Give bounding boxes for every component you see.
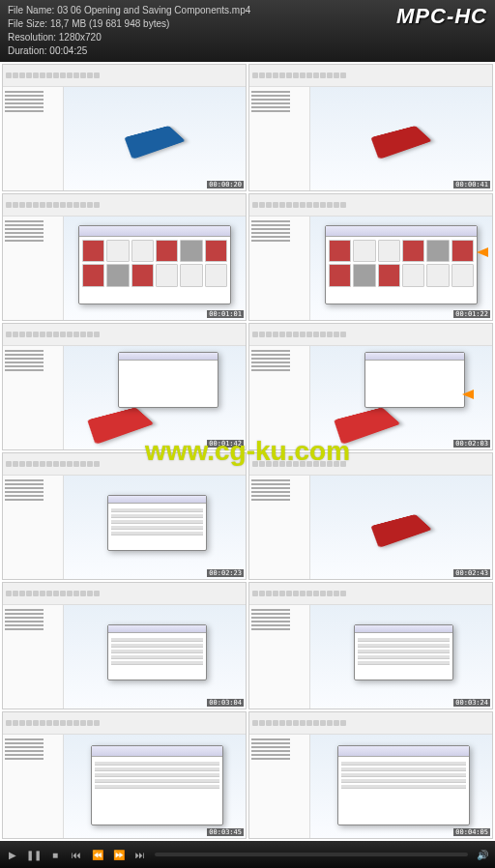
video-frame-thumbnail[interactable]: 00:03:45 bbox=[2, 711, 247, 839]
toolbar-icon bbox=[273, 720, 278, 726]
list-row bbox=[95, 785, 219, 789]
feature-tree bbox=[249, 476, 310, 579]
toolbar-icon bbox=[67, 461, 73, 467]
forward-button[interactable]: ⏩ bbox=[112, 848, 126, 861]
model-view bbox=[64, 217, 246, 320]
pause-button[interactable]: ❚❚ bbox=[27, 848, 41, 861]
toolbar-icon bbox=[320, 72, 326, 78]
seek-bar[interactable] bbox=[155, 853, 468, 856]
tree-item bbox=[251, 487, 290, 489]
device-model bbox=[334, 408, 400, 446]
cad-viewport bbox=[249, 476, 492, 579]
toolbar-icon bbox=[46, 202, 52, 208]
model-view bbox=[64, 87, 246, 190]
toolbar-icon bbox=[87, 332, 93, 337]
toolbar-icon bbox=[53, 720, 59, 726]
info-header: File Name: 03 06 Opening and Saving Comp… bbox=[0, 0, 495, 62]
toolbar-icon bbox=[273, 461, 278, 467]
toolbar-icon bbox=[293, 461, 299, 467]
frame-timestamp: 00:03:45 bbox=[207, 828, 244, 836]
toolbar-icon bbox=[33, 461, 39, 467]
highlight-arrow-icon bbox=[477, 247, 488, 257]
toolbar-icon bbox=[293, 332, 299, 337]
toolbar-icon bbox=[19, 332, 25, 337]
video-frame-thumbnail[interactable]: 00:02:23 bbox=[2, 452, 247, 580]
part-thumbnail bbox=[131, 240, 154, 262]
tree-item bbox=[251, 240, 290, 242]
cad-viewport bbox=[3, 735, 246, 838]
tree-item bbox=[5, 499, 44, 501]
toolbar-icon bbox=[26, 720, 32, 726]
toolbar-icon bbox=[320, 591, 326, 596]
toolbar-icon bbox=[94, 720, 100, 726]
tree-item bbox=[5, 362, 44, 363]
list-row bbox=[341, 785, 466, 789]
list-row bbox=[341, 779, 466, 783]
feature-tree bbox=[3, 735, 64, 838]
video-frame-thumbnail[interactable]: 00:00:20 bbox=[2, 64, 247, 191]
toolbar-icon bbox=[279, 332, 285, 337]
frame-timestamp: 00:02:03 bbox=[453, 440, 490, 448]
feature-tree bbox=[3, 217, 64, 320]
tree-item bbox=[5, 220, 44, 222]
tree-item bbox=[251, 738, 290, 740]
rewind-button[interactable]: ⏪ bbox=[91, 848, 104, 861]
stop-button[interactable]: ■ bbox=[48, 848, 62, 861]
next-button[interactable]: ⏭ bbox=[133, 848, 147, 861]
part-thumbnail bbox=[156, 264, 178, 286]
frame-timestamp: 00:01:01 bbox=[207, 310, 244, 318]
video-frame-thumbnail[interactable]: 00:04:05 bbox=[248, 711, 493, 839]
toolbar-icon bbox=[6, 461, 12, 467]
volume-button[interactable]: 🔊 bbox=[476, 848, 489, 861]
toolbar-icon bbox=[87, 720, 93, 726]
tree-item bbox=[251, 495, 290, 497]
filename-label: File Name: bbox=[8, 5, 54, 15]
part-thumbnail bbox=[131, 264, 154, 286]
toolbar-icon bbox=[320, 461, 326, 467]
play-button[interactable]: ▶ bbox=[6, 848, 19, 861]
toolbar-icon bbox=[53, 591, 59, 596]
tree-item bbox=[5, 358, 44, 360]
save-dialog bbox=[91, 745, 223, 825]
feature-tree bbox=[3, 346, 64, 449]
part-thumbnail bbox=[205, 264, 227, 286]
video-frame-thumbnail[interactable]: 00:03:04 bbox=[2, 582, 247, 709]
toolbar-icon bbox=[19, 461, 25, 467]
tree-item bbox=[251, 228, 290, 230]
tree-item bbox=[251, 746, 290, 748]
video-frame-thumbnail[interactable]: 00:00:41 bbox=[248, 64, 493, 191]
video-frame-thumbnail[interactable]: 00:02:43 bbox=[248, 452, 493, 580]
tree-item bbox=[5, 491, 44, 493]
video-frame-thumbnail[interactable]: 00:03:24 bbox=[248, 582, 493, 709]
part-thumbnail bbox=[378, 240, 400, 262]
video-frame-thumbnail[interactable]: 00:02:03 bbox=[248, 323, 493, 450]
tree-item bbox=[5, 617, 44, 619]
list-row bbox=[111, 638, 204, 642]
frame-timestamp: 00:00:41 bbox=[453, 181, 490, 188]
video-frame-thumbnail[interactable]: 00:01:01 bbox=[2, 193, 247, 321]
toolbar-icon bbox=[293, 72, 299, 78]
open-dialog bbox=[325, 225, 478, 304]
toolbar-icon bbox=[60, 461, 66, 467]
part-grid bbox=[79, 237, 230, 290]
toolbar-icon bbox=[33, 72, 39, 78]
feature-tree bbox=[249, 605, 310, 709]
filesize-label: File Size: bbox=[8, 18, 47, 29]
toolbar-icon bbox=[259, 720, 265, 726]
video-frame-thumbnail[interactable]: 00:01:42 bbox=[2, 323, 247, 450]
cad-viewport bbox=[249, 87, 492, 190]
tree-item bbox=[251, 102, 290, 104]
feature-tree bbox=[3, 605, 64, 709]
toolbar-icon bbox=[53, 332, 59, 337]
tree-item bbox=[251, 358, 290, 360]
frame-timestamp: 00:01:42 bbox=[207, 440, 244, 448]
toolbar-icon bbox=[13, 720, 18, 726]
toolbar-icon bbox=[87, 202, 93, 208]
toolbar-icon bbox=[87, 72, 93, 78]
prev-button[interactable]: ⏮ bbox=[70, 848, 83, 861]
video-frame-thumbnail[interactable]: 00:01:22 bbox=[248, 193, 493, 321]
tree-item bbox=[5, 240, 44, 242]
part-thumbnail bbox=[426, 240, 449, 262]
feature-tree bbox=[249, 735, 310, 838]
toolbar-icon bbox=[273, 332, 278, 337]
